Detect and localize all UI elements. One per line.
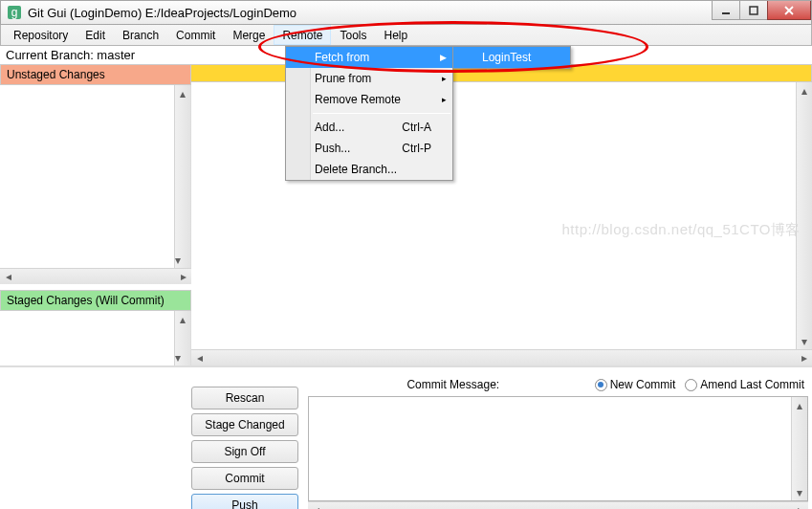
menu-fetch-from[interactable]: Fetch from▶	[286, 47, 452, 68]
scrollbar-vertical[interactable]: ▴ ▾	[174, 311, 190, 365]
remote-dropdown: Fetch from▶ Prune from▸ Remove Remote▸ A…	[285, 46, 453, 181]
scroll-down-icon[interactable]: ▾	[175, 252, 181, 268]
menu-add-remote[interactable]: Add...Ctrl-A	[286, 117, 452, 138]
submenu-arrow-icon: ▸	[442, 74, 447, 83]
svg-text:g: g	[11, 6, 18, 19]
menu-commit[interactable]: Commit	[167, 25, 224, 45]
scrollbar-horizontal[interactable]: ◂ ▸	[0, 268, 191, 284]
menu-edit[interactable]: Edit	[77, 25, 114, 45]
submenu-arrow-icon: ▸	[442, 95, 447, 104]
scrollbar-horizontal[interactable]: ◂▸	[191, 349, 812, 365]
unstaged-changes-header: Unstaged Changes	[0, 64, 191, 85]
radio-icon	[595, 379, 607, 391]
close-button[interactable]	[767, 1, 811, 20]
app-icon: g	[7, 5, 22, 20]
commit-message-input[interactable]: ▴▾	[308, 396, 808, 501]
scrollbar-vertical[interactable]: ▴ ▾	[174, 85, 190, 268]
commit-panel: Rescan Stage Changed Sign Off Commit Pus…	[0, 365, 812, 509]
menu-repository[interactable]: Repository	[5, 25, 77, 45]
menu-help[interactable]: Help	[375, 25, 416, 45]
menu-tools[interactable]: Tools	[331, 25, 375, 45]
submenu-logintest[interactable]: LoginTest	[453, 47, 570, 68]
maximize-button[interactable]	[739, 1, 768, 20]
radio-icon	[685, 379, 697, 391]
commit-message-label: Commit Message:	[312, 378, 595, 391]
radio-new-commit[interactable]: New Commit	[595, 378, 676, 391]
push-button[interactable]: Push	[191, 494, 298, 509]
minimize-button[interactable]	[712, 1, 740, 20]
scroll-left-icon[interactable]: ◂	[0, 269, 16, 284]
menu-merge[interactable]: Merge	[224, 25, 274, 45]
radio-amend-commit[interactable]: Amend Last Commit	[685, 378, 804, 391]
sign-off-button[interactable]: Sign Off	[191, 440, 298, 463]
menu-separator	[313, 113, 450, 114]
submenu-arrow-icon: ▶	[440, 53, 447, 62]
menu-remove-remote[interactable]: Remove Remote▸	[286, 89, 452, 110]
scrollbar-vertical[interactable]: ▴▾	[791, 397, 807, 500]
commit-button[interactable]: Commit	[191, 467, 298, 490]
menu-prune-from[interactable]: Prune from▸	[286, 68, 452, 89]
menu-branch[interactable]: Branch	[114, 25, 167, 45]
title-bar: g Git Gui (LoginDemo) E:/IdeaProjects/Lo…	[0, 0, 812, 25]
staged-changes-list[interactable]: ▴ ▾	[0, 311, 191, 365]
scrollbar-vertical[interactable]: ▴ ▾	[796, 82, 812, 349]
staged-changes-header: Staged Changes (Will Commit)	[0, 290, 191, 311]
svg-rect-3	[750, 7, 757, 14]
scroll-right-icon[interactable]: ▸	[175, 269, 191, 284]
scrollbar-horizontal[interactable]: ◂▸	[308, 501, 808, 509]
menu-bar: Repository Edit Branch Commit Merge Remo…	[0, 25, 812, 46]
window-title: Git Gui (LoginDemo) E:/IdeaProjects/Logi…	[28, 6, 713, 20]
menu-delete-branch[interactable]: Delete Branch...	[286, 159, 452, 180]
menu-remote[interactable]: Remote	[274, 25, 331, 45]
rescan-button[interactable]: Rescan	[191, 387, 298, 409]
unstaged-changes-list[interactable]: ▴ ▾	[0, 85, 191, 268]
scroll-up-icon[interactable]: ▴	[175, 85, 190, 101]
fetch-from-submenu: LoginTest	[452, 46, 571, 69]
stage-changed-button[interactable]: Stage Changed	[191, 413, 298, 436]
menu-push[interactable]: Push...Ctrl-P	[286, 138, 452, 159]
